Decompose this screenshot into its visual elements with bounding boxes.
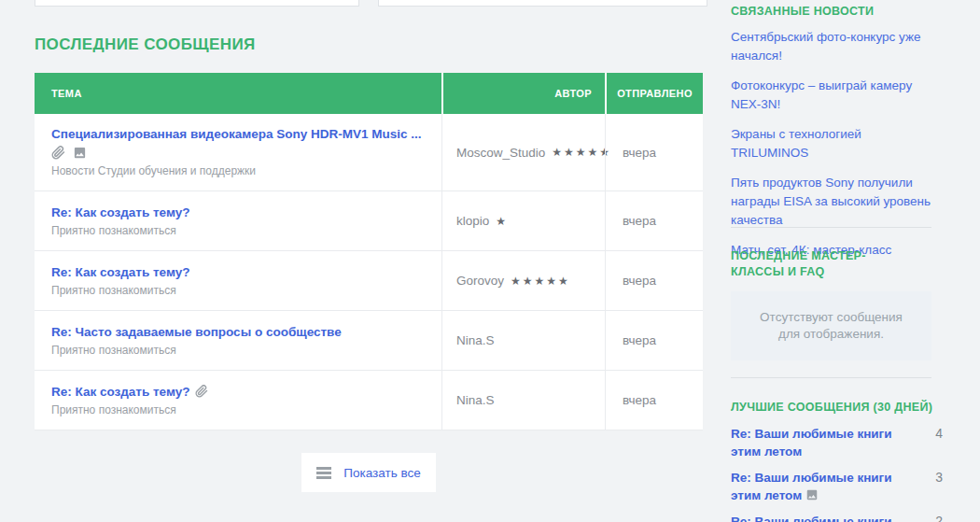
top-post-link[interactable]: Re: Ваши любимые книги этим летом <box>731 425 914 460</box>
topic-icons <box>51 146 427 160</box>
show-all-label: Показать все <box>343 466 420 480</box>
top-post-link[interactable]: Re: Ваши любимые книги этим летом <box>731 513 914 522</box>
cut-off-card-left <box>35 0 359 7</box>
top-posts-title: ЛУЧШИЕ СООБЩЕНИЯ (30 ДНЕЙ) <box>731 400 936 416</box>
table-row: Re: Как создать тему? Приятно познакомит… <box>35 251 703 311</box>
author-cell: klopio ★ <box>441 191 605 250</box>
author-name[interactable]: Moscow_Studio <box>456 146 545 160</box>
news-link[interactable]: Фотоконкурс – выиграй камеру NEX-3N! <box>731 77 933 114</box>
topic-link[interactable]: Re: Как создать тему? <box>51 265 427 279</box>
top-post-count: 4 <box>935 425 943 443</box>
top-post-item: Re: Ваши любимые книги этим летом 2 <box>731 513 943 522</box>
show-all-button[interactable]: Показать все <box>301 453 436 492</box>
news-link[interactable]: Экраны с технологией TRILUMINOS <box>731 125 933 162</box>
topic-cell: Re: Часто задаваемые вопросы о сообществ… <box>35 311 441 370</box>
topic-link[interactable]: Re: Как создать тему? <box>51 205 427 219</box>
news-link[interactable]: Сентябрьский фото-конкурс уже начался! <box>731 28 933 65</box>
sent-date: вчера <box>623 146 656 160</box>
sent-cell: вчера <box>605 371 703 430</box>
column-header-topic: ТЕМА <box>35 73 441 114</box>
topic-link[interactable]: Re: Как создать тему? <box>51 385 427 399</box>
cut-off-card-right <box>378 0 707 7</box>
sent-date: вчера <box>623 393 656 407</box>
top-post-item: Re: Ваши любимые книги этим летом 3 <box>731 469 943 504</box>
related-news-list: Сентябрьский фото-конкурс уже начался! Ф… <box>731 28 933 271</box>
attachment-icon <box>195 385 208 398</box>
topic-cell: Специализированная видеокамера Sony HDR-… <box>35 114 441 190</box>
sent-date: вчера <box>623 274 656 288</box>
top-posts-list: Re: Ваши любимые книги этим летом 4 Re: … <box>731 425 943 522</box>
related-news-title: СВЯЗАННЫЕ НОВОСТИ <box>731 4 874 20</box>
image-icon <box>805 488 819 501</box>
topic-link[interactable]: Специализированная видеокамера Sony HDR-… <box>51 127 427 141</box>
topic-forum-label: Приятно познакомиться <box>51 344 427 357</box>
sent-date: вчера <box>623 214 656 228</box>
topic-forum-label: Приятно познакомиться <box>51 224 427 237</box>
topic-forum-label: Приятно познакомиться <box>51 284 427 297</box>
top-post-count: 2 <box>935 513 943 522</box>
sidebar-divider <box>731 377 931 378</box>
sent-cell: вчера <box>605 251 703 310</box>
table-header-row: ТЕМА АВТОР ОТПРАВЛЕНО <box>35 73 703 114</box>
sidebar-divider <box>731 227 931 228</box>
topic-forum-label: Новости Студии обучения и поддержки <box>51 164 427 177</box>
news-link[interactable]: Пять продуктов Sony получили награды EIS… <box>731 174 933 230</box>
top-post-item: Re: Ваши любимые книги этим летом 4 <box>731 425 943 460</box>
topic-cell: Re: Как создать тему? Приятно познакомит… <box>35 371 441 430</box>
table-row: Re: Часто задаваемые вопросы о сообществ… <box>35 311 703 371</box>
table-row: Re: Как создать тему? Приятно познакомит… <box>35 191 703 251</box>
author-cell: Moscow_Studio ★★★★★ <box>441 114 605 190</box>
topic-cell: Re: Как создать тему? Приятно познакомит… <box>35 251 441 310</box>
column-header-author: АВТОР <box>441 73 605 114</box>
sent-cell: вчера <box>605 114 703 190</box>
sent-date: вчера <box>623 333 656 347</box>
sent-cell: вчера <box>605 191 703 250</box>
author-rank-stars: ★★★★★ <box>511 275 570 288</box>
column-header-sent: ОТПРАВЛЕНО <box>605 73 703 114</box>
list-icon <box>316 467 331 479</box>
masterclasses-empty-message: Отсутствуют сообщения для отображения. <box>731 291 931 360</box>
author-cell: Nina.S <box>441 371 605 430</box>
author-rank-stars: ★★★★★ <box>552 146 611 159</box>
author-name[interactable]: klopio <box>456 214 489 228</box>
author-cell: Nina.S <box>441 311 605 370</box>
image-icon <box>73 146 87 160</box>
table-row: Re: Как создать тему? Приятно познакомит… <box>35 371 703 430</box>
author-name[interactable]: Gorovoy <box>456 274 504 288</box>
table-row: Специализированная видеокамера Sony HDR-… <box>35 114 703 191</box>
topic-forum-label: Приятно познакомиться <box>51 403 427 416</box>
author-name[interactable]: Nina.S <box>456 393 495 407</box>
author-name[interactable]: Nina.S <box>456 333 495 347</box>
author-rank-stars: ★ <box>496 215 508 228</box>
page-title: ПОСЛЕДНИЕ СООБЩЕНИЯ <box>35 35 256 54</box>
top-post-link[interactable]: Re: Ваши любимые книги этим летом <box>731 469 914 504</box>
topic-link[interactable]: Re: Часто задаваемые вопросы о сообществ… <box>51 325 427 339</box>
sent-cell: вчера <box>605 311 703 370</box>
latest-messages-table: ТЕМА АВТОР ОТПРАВЛЕНО Специализированная… <box>35 73 703 430</box>
top-post-count: 3 <box>935 469 943 487</box>
attachment-icon <box>51 146 65 160</box>
masterclasses-title: ПОСЛЕДНИЕ МАСТЕР-КЛАССЫ И FAQ <box>731 248 917 280</box>
topic-cell: Re: Как создать тему? Приятно познакомит… <box>35 191 441 250</box>
author-cell: Gorovoy ★★★★★ <box>441 251 605 310</box>
